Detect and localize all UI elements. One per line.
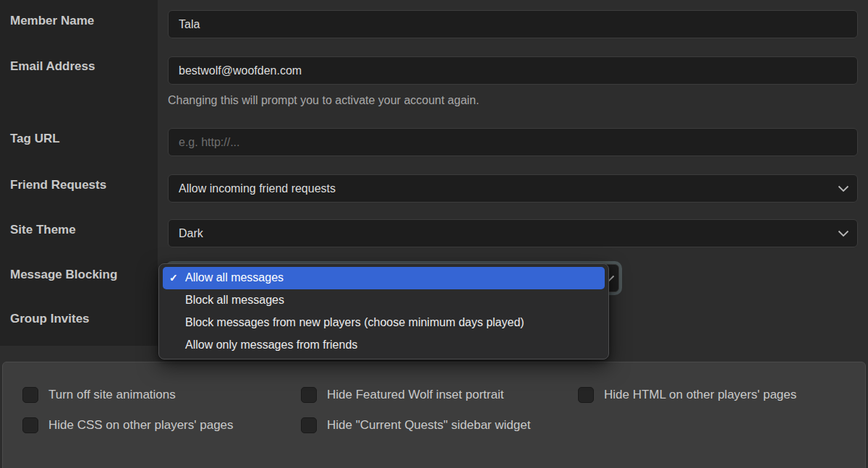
friend-requests-select[interactable]: Allow incoming friend requests (168, 174, 858, 203)
checkbox-hide-html[interactable]: Hide HTML on other players' pages (578, 387, 796, 403)
email-address-input[interactable] (168, 56, 858, 85)
checkbox-label: Hide CSS on other players' pages (48, 417, 234, 433)
menu-option-label: Allow all messages (185, 271, 284, 284)
tag-url-input[interactable] (168, 128, 858, 156)
site-theme-label: Site Theme (10, 223, 76, 237)
display-options-panel (2, 362, 866, 468)
group-invites-label: Group Invites (10, 312, 90, 326)
checkmark-icon: ✓ (169, 272, 178, 284)
checkbox-icon[interactable] (578, 387, 594, 403)
checkbox-label: Hide "Current Quests" sidebar widget (327, 417, 530, 433)
menu-option-friends-only[interactable]: Allow only messages from friends (159, 333, 608, 356)
email-help-text: Changing this will prompt you to activat… (168, 93, 479, 108)
member-name-input[interactable] (168, 10, 858, 38)
menu-option-label: Block messages from new players (choose … (185, 316, 524, 329)
checkbox-label: Hide HTML on other players' pages (604, 387, 796, 403)
menu-option-allow-all[interactable]: ✓ Allow all messages (163, 267, 605, 289)
member-name-label: Member Name (10, 14, 94, 28)
friend-requests-label: Friend Requests (10, 178, 106, 192)
checkbox-hide-featured-wolf[interactable]: Hide Featured Wolf inset portrait (301, 387, 503, 403)
site-theme-select[interactable]: Dark (168, 219, 858, 247)
checkbox-icon[interactable] (301, 387, 317, 403)
chevron-down-icon (838, 230, 849, 237)
checkbox-icon[interactable] (22, 417, 38, 433)
friend-requests-select-value: Allow incoming friend requests (179, 182, 336, 195)
chevron-down-icon (838, 185, 849, 192)
tag-url-label: Tag URL (10, 132, 60, 146)
checkbox-hide-current-quests[interactable]: Hide "Current Quests" sidebar widget (301, 417, 530, 433)
site-theme-select-value: Dark (179, 227, 203, 240)
settings-page: Member Name Email Address Tag URL Friend… (0, 0, 868, 468)
menu-option-label: Block all messages (185, 294, 284, 307)
checkbox-hide-css[interactable]: Hide CSS on other players' pages (22, 417, 234, 433)
email-address-label: Email Address (10, 59, 95, 74)
checkbox-label: Turn off site animations (48, 387, 176, 403)
checkbox-icon[interactable] (22, 387, 38, 403)
checkbox-turn-off-animations[interactable]: Turn off site animations (22, 387, 176, 403)
message-blocking-label: Message Blocking (10, 268, 117, 282)
menu-option-block-new-players[interactable]: Block messages from new players (choose … (159, 312, 608, 334)
menu-option-block-all[interactable]: Block all messages (159, 289, 608, 312)
field-label-sidebar: Member Name Email Address Tag URL Friend… (0, 0, 158, 346)
checkbox-label: Hide Featured Wolf inset portrait (327, 387, 503, 403)
menu-option-label: Allow only messages from friends (185, 339, 357, 352)
checkbox-icon[interactable] (301, 417, 317, 433)
message-blocking-dropdown-menu: ✓ Allow all messages Block all messages … (158, 263, 609, 359)
